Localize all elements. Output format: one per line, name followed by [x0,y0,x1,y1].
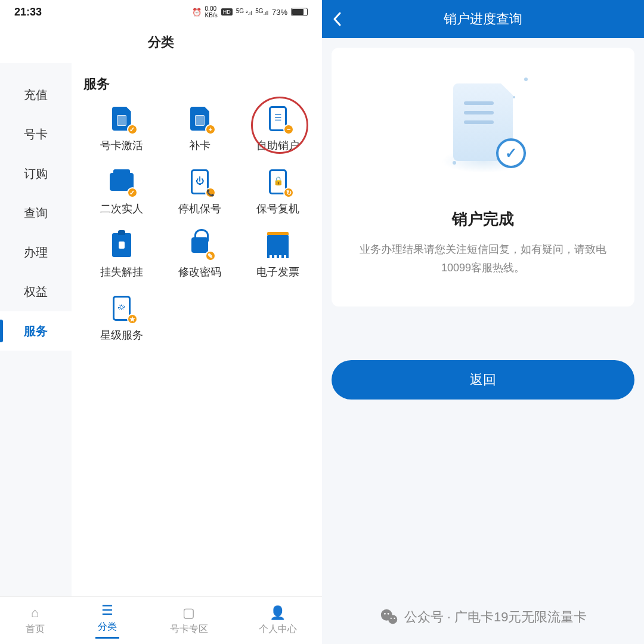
resume-icon: 🔒↻ [264,168,292,196]
service-sim-activate[interactable]: ✓ 号卡激活 [83,105,159,153]
sidebar-recharge[interactable]: 充值 [0,75,72,114]
service-pause-keep[interactable]: ⏻📞 停机保号 [162,168,237,216]
return-button[interactable]: 返回 [332,360,634,400]
battery-icon [291,8,308,16]
svg-point-3 [387,613,389,615]
service-id-verify[interactable]: ✓ 二次实人 [83,168,159,216]
watermark: 公众号 · 广电卡19元无限流量卡 [322,607,644,627]
service-lost-lock[interactable]: 挂失解挂 [83,231,159,279]
active-underline [95,637,119,639]
nav-category[interactable]: ☰ 分类 [95,603,119,639]
result-description: 业务办理结果请您关注短信回复，如有疑问，请致电10099客服热线。 [349,240,617,277]
content-area: 充值 号卡 订购 查询 办理 权益 服务 服务 ✓ 号卡激活 + 补卡 ☰− [0,63,322,596]
nav-sim-zone[interactable]: ▢ 号卡专区 [170,605,208,636]
sim-add-icon: + [186,105,213,132]
result-header: 销户进度查询 [322,0,644,38]
service-grid: ✓ 号卡激活 + 补卡 ☰− 自助销户 ✓ 二次实人 ⏻📞 停机保号 [83,105,316,342]
page-title: 分类 [0,24,322,63]
section-title: 服务 [83,75,316,93]
hd-badge: HD [221,8,233,16]
category-icon: ☰ [100,603,115,618]
lost-lock-icon [108,231,135,259]
result-card: ✓ 销户完成 业务办理结果请您关注短信回复，如有疑问，请致电10099客服热线。 [332,48,634,306]
service-receipt[interactable]: 电子发票 [240,231,316,279]
alarm-icon: ⏰ [192,8,202,17]
phone-screen-category: 21:33 ⏰ 0.00KB/s HD 5G ₂.ıl 5G.ıll 73% 分… [0,0,322,644]
password-icon: ✎ [186,231,213,259]
self-cancel-icon: ☰− [264,105,292,132]
success-illustration: ✓ [429,72,537,191]
back-button[interactable] [322,0,352,38]
result-title: 销户完成 [349,209,617,230]
sidebar-order[interactable]: 订购 [0,154,72,193]
nav-home[interactable]: ⌂ 首页 [26,605,45,636]
sidebar-query[interactable]: 查询 [0,193,72,233]
net-speed: 0.00KB/s [205,5,218,18]
service-self-cancel[interactable]: ☰− 自助销户 [240,105,316,153]
status-time: 21:33 [14,6,42,18]
service-sim-add[interactable]: + 补卡 [162,105,237,153]
sim-zone-icon: ▢ [181,605,197,621]
phone-screen-result: 销户进度查询 ✓ 销户完成 业务办理结果请您关注短信回复，如有疑问，请致电100… [322,0,644,644]
service-star[interactable]: ⛮★ 星级服务 [83,295,159,342]
service-grid-area: 服务 ✓ 号卡激活 + 补卡 ☰− 自助销户 ✓ 二次实人 [72,63,322,596]
nav-profile[interactable]: 👤 个人中心 [259,605,297,636]
status-indicators: ⏰ 0.00KB/s HD 5G ₂.ıl 5G.ıll 73% [192,5,308,18]
id-card-icon: ✓ [108,168,135,196]
receipt-icon [264,231,292,259]
wechat-icon [379,607,400,627]
watermark-text: 公众号 · 广电卡19元无限流量卡 [404,608,587,626]
result-page-title: 销户进度查询 [444,10,522,28]
home-icon: ⌂ [27,605,43,621]
sidebar-sim[interactable]: 号卡 [0,114,72,154]
sim-activate-icon: ✓ [108,105,135,132]
battery-percent: 73% [272,8,287,17]
bottom-nav: ⌂ 首页 ☰ 分类 ▢ 号卡专区 👤 个人中心 [0,596,322,644]
svg-point-5 [394,618,395,619]
svg-point-1 [388,615,397,624]
status-bar: 21:33 ⏰ 0.00KB/s HD 5G ₂.ıl 5G.ıll 73% [0,0,322,24]
svg-point-4 [390,618,391,619]
star-service-icon: ⛮★ [108,295,135,322]
svg-point-2 [384,613,386,615]
pause-keep-icon: ⏻📞 [186,168,213,196]
category-sidebar: 充值 号卡 订购 查询 办理 权益 服务 [0,63,72,596]
sidebar-benefit[interactable]: 权益 [0,272,72,311]
service-password[interactable]: ✎ 修改密码 [162,231,237,279]
signal-1: 5G ₂.ıl [236,8,252,16]
result-content: ✓ 销户完成 业务办理结果请您关注短信回复，如有疑问，请致电10099客服热线。… [322,38,644,644]
sidebar-service[interactable]: 服务 [0,311,72,351]
sidebar-handle[interactable]: 办理 [0,233,72,272]
check-icon: ✓ [496,138,526,168]
chevron-left-icon [332,11,342,27]
service-resume[interactable]: 🔒↻ 保号复机 [240,168,316,216]
signal-2: 5G.ıll [255,8,268,16]
profile-icon: 👤 [270,605,286,621]
